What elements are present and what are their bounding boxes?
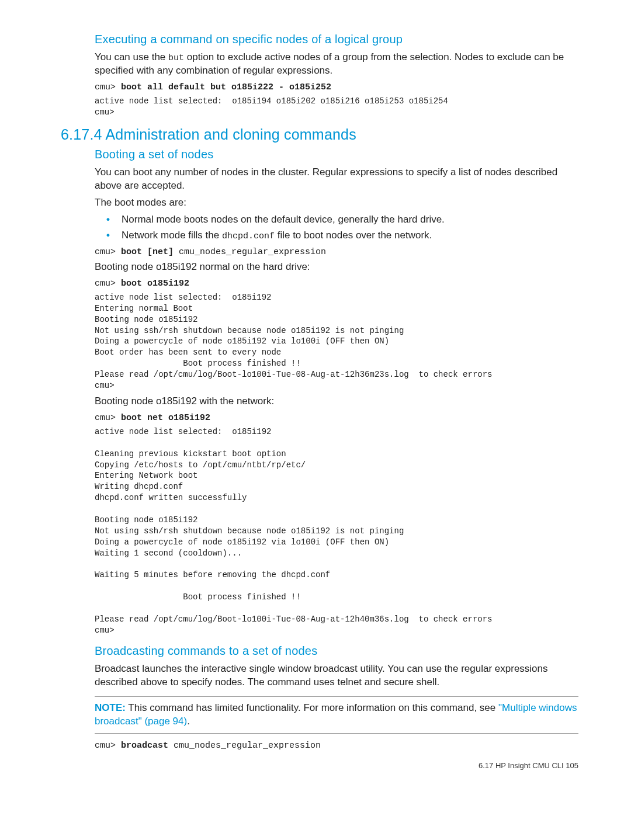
section-executing: Executing a command on specific nodes of…: [95, 33, 578, 118]
para-boot-3: Booting node o185i192 normal on the hard…: [95, 261, 578, 274]
note-label: NOTE:: [95, 702, 126, 713]
cmd-tail: cmu_nodes_regular_expression: [174, 247, 326, 257]
heading-broadcast: Broadcasting commands to a set of nodes: [95, 644, 578, 658]
cmd-bold: boot net o185i192: [121, 413, 210, 423]
para-boot-1: You can boot any number of nodes in the …: [95, 166, 578, 193]
cmd-bold: boot [net]: [121, 247, 174, 257]
cmd-tail: cmu_nodes_regular_expression: [168, 741, 321, 751]
cmd-boot-normal: cmu> boot o185i192: [95, 279, 578, 289]
heading-executing: Executing a command on specific nodes of…: [95, 33, 578, 46]
para-exec-intro: You can use the but option to exclude ac…: [95, 51, 578, 78]
text: This command has limited functionality. …: [126, 702, 498, 713]
text: Network mode fills the: [122, 230, 222, 241]
para-broadcast-1: Broadcast launches the interactive singl…: [95, 662, 578, 689]
cmd-boot-net: cmu> boot net o185i192: [95, 413, 578, 423]
text: Normal mode boots nodes on the default d…: [122, 214, 445, 225]
text: You can use the: [95, 51, 168, 63]
prompt: cmu>: [95, 413, 121, 423]
heading-admin: 6.17.4 Administration and cloning comman…: [61, 126, 578, 143]
code-dhcpd: dhcpd.conf: [222, 231, 275, 241]
page: Executing a command on specific nodes of…: [0, 0, 631, 793]
out-exec: active node list selected: o185i194 o185…: [95, 96, 578, 118]
cmd-bold: boot o185i192: [121, 279, 189, 289]
prompt: cmu>: [95, 741, 121, 751]
prompt: cmu>: [95, 82, 121, 92]
para-boot-4: Booting node o185i192 with the network:: [95, 395, 578, 408]
code-but: but: [168, 53, 184, 63]
cmd-exec: cmu> boot all default but o185i222 - o18…: [95, 82, 578, 92]
text: file to boot nodes over the network.: [275, 230, 432, 241]
prompt: cmu>: [95, 279, 121, 289]
note-broadcast: NOTE: This command has limited functiona…: [95, 696, 578, 734]
prompt: cmu>: [95, 247, 121, 257]
list-item: Normal mode boots nodes on the default d…: [106, 213, 578, 227]
para-boot-2: The boot modes are:: [95, 196, 578, 210]
heading-booting: Booting a set of nodes: [95, 148, 578, 161]
bullets-boot-modes: Normal mode boots nodes on the default d…: [95, 213, 578, 242]
list-item: Network mode fills the dhcpd.conf file t…: [106, 229, 578, 242]
page-footer: 6.17 HP Insight CMU CLI 105: [53, 761, 578, 770]
out-boot-normal: active node list selected: o185i192 Ente…: [95, 292, 578, 391]
cmd-broadcast: cmu> broadcast cmu_nodes_regular_express…: [95, 741, 578, 751]
cmd-bold: boot all default but o185i222 - o185i252: [121, 82, 331, 92]
out-boot-net: active node list selected: o185i192 Clea…: [95, 426, 578, 636]
section-admin: 6.17.4 Administration and cloning comman…: [95, 126, 578, 751]
cmd-bold: broadcast: [121, 741, 168, 751]
cmd-boot-generic: cmu> boot [net] cmu_nodes_regular_expres…: [95, 247, 578, 257]
text: .: [187, 716, 190, 727]
